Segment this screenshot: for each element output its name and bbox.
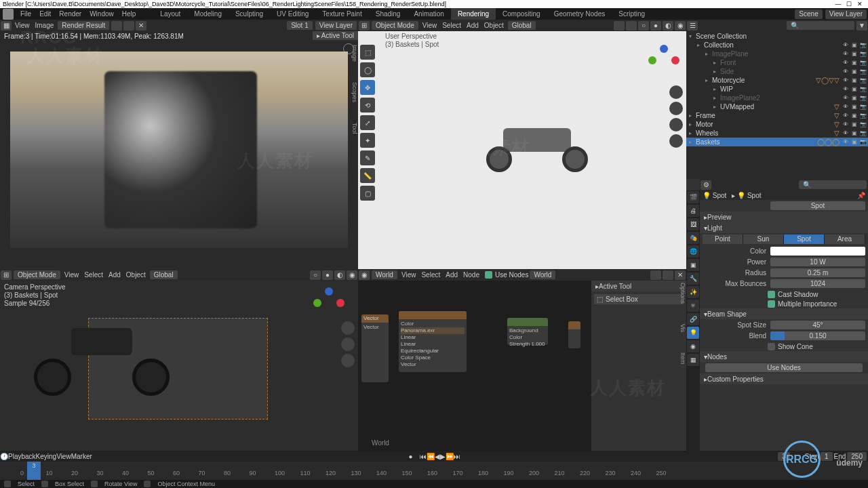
add-tool-icon[interactable]: ▢: [360, 186, 375, 201]
render-view[interactable]: Frame:3 | Time:01:16.54 | Mem:1103.49M, …: [0, 31, 358, 269]
material-props-tab-icon[interactable]: ◉: [687, 340, 699, 352]
playhead[interactable]: 3: [27, 462, 41, 480]
cursor-tool-icon[interactable]: ⬚: [360, 45, 375, 60]
outliner-item-wip[interactable]: ▸WIP👁▣📷: [686, 85, 868, 94]
outliner-item-collection[interactable]: ▸Collection👁▣📷: [686, 41, 868, 49]
annotate-tool-icon[interactable]: ✎: [360, 150, 375, 165]
scene-selector[interactable]: Scene: [795, 9, 822, 19]
outliner-item-motor[interactable]: ▸Motor▽👁▣📷: [686, 120, 868, 129]
shading-solid-icon[interactable]: ●: [322, 270, 333, 280]
output-props-tab-icon[interactable]: 🖨: [687, 205, 699, 217]
cast-shadow-checkbox[interactable]: Cast Shadow: [700, 289, 868, 299]
background-node[interactable]: Background Color Strength 1.000: [507, 318, 548, 345]
select-box-tool[interactable]: ⬚ Select Box: [594, 294, 684, 304]
shader-view-menu[interactable]: View: [399, 271, 419, 279]
editor-type-icon[interactable]: ▦: [1, 21, 12, 30]
editor-type-shader-icon[interactable]: ◉: [359, 270, 370, 280]
zoom-icon[interactable]: [669, 85, 683, 99]
outliner-item-imageplane[interactable]: ▸ImagePlane👁▣📷: [686, 49, 868, 58]
shading-rendered-icon[interactable]: ◉: [347, 270, 357, 280]
scale-tool-icon[interactable]: ⤢: [360, 115, 375, 130]
play-icon[interactable]: ▶: [440, 453, 446, 460]
shading-rendered-icon[interactable]: ◉: [675, 21, 686, 30]
jump-start-icon[interactable]: ⏮: [420, 453, 427, 460]
playback-menu[interactable]: Playback: [8, 453, 36, 460]
shading-preview-icon[interactable]: ◐: [663, 21, 673, 30]
outliner-item-baskets[interactable]: ▸Baskets◯◯◯👁▣📷: [686, 138, 868, 146]
image-editor-image-menu[interactable]: Image: [33, 22, 57, 29]
physics-props-tab-icon[interactable]: ⚛: [687, 300, 699, 312]
blender-logo-icon[interactable]: [3, 9, 14, 20]
outliner-search[interactable]: 🔍: [787, 21, 854, 30]
side-tab-options[interactable]: Options: [676, 283, 686, 304]
object-props-tab-icon[interactable]: ▣: [687, 259, 699, 271]
power-input[interactable]: 10 W: [770, 258, 865, 266]
shader-type-dropdown[interactable]: World: [372, 270, 397, 279]
nav-gizmo[interactable]: [313, 287, 344, 319]
light-type-sun[interactable]: Sun: [743, 235, 784, 244]
x-icon[interactable]: ✕: [136, 21, 146, 30]
outliner-item-motorcycle[interactable]: ▸Motorcycle▽◯▽▽👁▣📷: [686, 76, 868, 85]
tab-geometry-nodes[interactable]: Geometry Nodes: [547, 8, 612, 20]
tab-rendering[interactable]: Rendering: [451, 8, 496, 20]
layer-dropdown[interactable]: View Layer: [315, 21, 357, 30]
shading-wireframe-icon[interactable]: ○: [310, 270, 321, 280]
beam-shape-panel-header[interactable]: ▾ Beam Shape: [700, 308, 868, 319]
side-tab-vis[interactable]: Vis: [676, 324, 686, 332]
start-frame-input[interactable]: 1: [821, 452, 833, 461]
shader-node-menu[interactable]: Node: [460, 271, 482, 279]
use-nodes-button[interactable]: Use Nodes: [705, 363, 863, 372]
rotate-tool-icon[interactable]: ⟲: [360, 98, 375, 113]
tab-uv-editing[interactable]: UV Editing: [270, 8, 315, 20]
pin-icon[interactable]: 📌: [857, 192, 865, 199]
cam-view-menu[interactable]: View: [62, 271, 82, 279]
viewport-3d[interactable]: ⬚ ◯ ✥ ⟲ ⤢ ✦ ✎ 📏 ▢ User Perspective (3) B…: [358, 31, 686, 269]
shader-add-menu[interactable]: Add: [443, 271, 460, 279]
select-circle-tool-icon[interactable]: ◯: [360, 62, 375, 77]
render-props-tab-icon[interactable]: 🎬: [687, 191, 699, 203]
modifier-props-tab-icon[interactable]: 🔧: [687, 272, 699, 285]
menu-edit[interactable]: Edit: [35, 10, 55, 18]
tab-animation[interactable]: Animation: [407, 8, 450, 20]
axis-x-icon[interactable]: [671, 56, 679, 64]
cam-select-menu[interactable]: Select: [81, 271, 106, 279]
show-cone-checkbox[interactable]: Show Cone: [700, 342, 868, 351]
nav-gizmo[interactable]: [648, 45, 679, 76]
viewport-add-menu[interactable]: Add: [464, 22, 481, 29]
minimize-button[interactable]: —: [833, 1, 844, 7]
timeline-type-icon[interactable]: 🕐: [0, 453, 8, 460]
max-bounces-input[interactable]: 1024: [770, 279, 865, 288]
motorcycle-object[interactable]: [483, 115, 591, 176]
constraint-props-tab-icon[interactable]: 🔗: [687, 313, 699, 325]
pan-icon[interactable]: [341, 338, 355, 351]
camera-icon[interactable]: [341, 354, 355, 367]
viewlayer-props-tab-icon[interactable]: 🖼: [687, 218, 699, 230]
pin-icon[interactable]: [123, 21, 134, 30]
overlays-toggle-icon[interactable]: [626, 21, 637, 30]
shader-select-menu[interactable]: Select: [418, 271, 443, 279]
timeline-track[interactable]: 3 01020304050607080901001101201301401501…: [0, 462, 868, 480]
viewport-view-menu[interactable]: View: [420, 22, 440, 29]
close-button[interactable]: ✕: [854, 1, 865, 7]
world-dropdown[interactable]: World: [530, 270, 555, 279]
active-tool-header[interactable]: ▸ Active Tool: [591, 281, 686, 291]
tab-layout[interactable]: Layout: [153, 8, 187, 20]
menu-render[interactable]: Render: [55, 10, 85, 18]
light-type-point[interactable]: Point: [703, 235, 743, 244]
gizmo-toggle-icon[interactable]: [614, 21, 625, 30]
scene-props-tab-icon[interactable]: 🎭: [687, 232, 699, 244]
camera-icon[interactable]: [669, 118, 683, 131]
tab-sculpting[interactable]: Sculpting: [229, 8, 270, 20]
x-icon[interactable]: ✕: [675, 270, 686, 280]
prev-key-icon[interactable]: ⏪: [427, 453, 435, 460]
shading-wireframe-icon[interactable]: ○: [638, 21, 649, 30]
perspective-icon[interactable]: [669, 134, 683, 148]
auto-key-icon[interactable]: ●: [409, 453, 413, 460]
cam-object-menu[interactable]: Object: [123, 271, 149, 279]
orientation-dropdown[interactable]: Global: [150, 270, 178, 279]
side-tab-image[interactable]: Image: [348, 45, 358, 62]
use-nodes-toggle[interactable]: Use Nodes: [482, 270, 528, 280]
object-mode-dropdown[interactable]: Object Mode: [14, 270, 60, 279]
data-props-tab-icon[interactable]: 💡: [687, 327, 699, 339]
pin-icon[interactable]: [663, 270, 673, 280]
